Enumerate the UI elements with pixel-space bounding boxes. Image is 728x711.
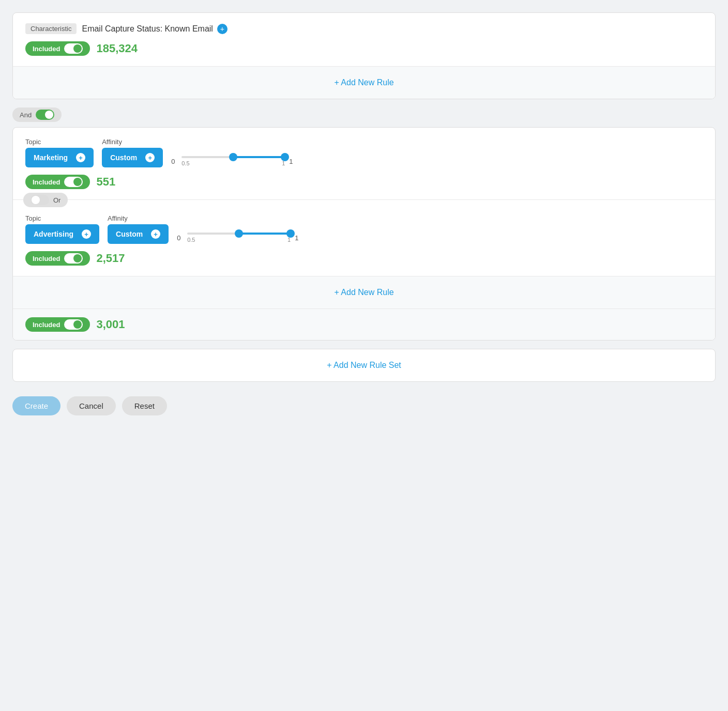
and-connector-row: And [12, 107, 716, 122]
range-fill-1 [233, 156, 285, 158]
rule-title: Email Capture Status: Known Email [82, 24, 213, 34]
included-toggle-1[interactable] [64, 43, 83, 54]
rule-set-2: Topic Marketing + Affinity Custom + 0 [12, 127, 716, 341]
count-value-marketing: 551 [96, 175, 115, 189]
custom-affinity-label-2: Custom [116, 230, 143, 238]
included-row-marketing: Included 551 [25, 175, 703, 189]
slider-max-2: 1 [295, 234, 301, 242]
custom-affinity-label-1: Custom [110, 153, 137, 162]
rule-set-1: Characteristic Email Capture Status: Kno… [12, 12, 716, 99]
range-thumb-high-2[interactable] [286, 229, 295, 238]
advertising-topic-button[interactable]: Advertising + [25, 224, 99, 244]
or-connector: Or [23, 193, 68, 207]
bottom-buttons: Create Cancel Reset [12, 392, 716, 420]
tick-low-1: 0.5 [181, 160, 189, 166]
rule-block-marketing: Topic Marketing + Affinity Custom + 0 [13, 128, 715, 199]
custom-affinity-button-2[interactable]: Custom + [108, 224, 169, 244]
included-toggle-marketing[interactable] [64, 177, 83, 187]
included-row-1: Included 185,324 [25, 41, 703, 56]
tick-low-2: 0.5 [187, 237, 195, 243]
slider-max-1: 1 [289, 158, 295, 165]
slider-group-1: 0 0.5 1 1 [171, 156, 295, 167]
add-rule-button-1[interactable]: + Add New Rule [330, 76, 398, 89]
advertising-plus-icon: + [82, 229, 91, 239]
and-label: And [20, 111, 32, 119]
add-rule-button-2[interactable]: + Add New Rule [330, 286, 398, 299]
characteristic-label: Characteristic [25, 23, 77, 34]
included-badge-1: Included [25, 41, 90, 56]
marketing-topic-label: Marketing [34, 153, 68, 162]
included-row-advertising: Included 2,517 [25, 251, 703, 266]
slider-container-2: 0 0.5 1 1 [177, 233, 301, 243]
affinity-field-group-2: Affinity Custom + [108, 214, 169, 244]
included-badge-advertising: Included [25, 251, 90, 266]
range-track-2 [187, 233, 291, 235]
add-rule-set-card: + Add New Rule Set [12, 349, 716, 382]
topic-field-group-2: Topic Advertising + [25, 214, 99, 244]
marketing-plus-icon: + [76, 153, 85, 162]
range-thumb-high-1[interactable] [281, 153, 289, 161]
or-toggle[interactable] [31, 195, 49, 205]
topic-field-group-1: Topic Marketing + [25, 138, 94, 167]
range-thumb-low-1[interactable] [229, 153, 237, 161]
and-connector: And [12, 107, 62, 122]
cancel-button[interactable]: Cancel [67, 396, 116, 415]
or-label: Or [53, 196, 60, 204]
range-fill-2 [239, 233, 291, 235]
and-toggle[interactable] [36, 110, 54, 120]
rule-block-advertising: Topic Advertising + Affinity Custom + 0 [13, 200, 715, 276]
topic-label-2: Topic [25, 214, 99, 222]
affinity-field-group-1: Affinity Custom + [102, 138, 163, 167]
rule-header: Characteristic Email Capture Status: Kno… [25, 23, 703, 34]
count-value-advertising: 2,517 [96, 252, 125, 265]
range-wrapper-2[interactable]: 0.5 1 [187, 233, 291, 243]
create-button[interactable]: Create [12, 396, 60, 415]
range-wrapper-1[interactable]: 0.5 1 [181, 156, 285, 166]
slider-group-2: 0 0.5 1 1 [177, 233, 301, 244]
custom-plus-icon-1: + [145, 153, 155, 162]
included-total-row: Included 3,001 [13, 308, 715, 340]
count-value-total: 3,001 [96, 318, 125, 331]
included-toggle-advertising[interactable] [64, 253, 83, 264]
slider-min-2: 0 [177, 234, 183, 242]
custom-plus-icon-2: + [151, 229, 160, 239]
range-track-1 [181, 156, 285, 158]
topic-affinity-row-2: Topic Advertising + Affinity Custom + 0 [25, 214, 703, 244]
slider-container-1: 0 0.5 1 1 [171, 156, 295, 166]
included-label-1: Included [33, 45, 60, 53]
add-rule-row-1: + Add New Rule [13, 66, 715, 99]
included-badge-marketing: Included [25, 175, 90, 189]
affinity-label-1: Affinity [102, 138, 163, 146]
affinity-label-2: Affinity [108, 214, 169, 222]
or-divider: Or [13, 199, 715, 200]
custom-affinity-button-1[interactable]: Custom + [102, 148, 163, 167]
add-characteristic-icon[interactable]: + [217, 24, 228, 34]
topic-affinity-row-1: Topic Marketing + Affinity Custom + 0 [25, 138, 703, 167]
included-total-badge: Included [25, 317, 90, 332]
marketing-topic-button[interactable]: Marketing + [25, 148, 94, 167]
included-total-label: Included [33, 321, 60, 329]
or-connector-row: Or [23, 193, 68, 207]
characteristic-block: Characteristic Email Capture Status: Kno… [13, 13, 715, 66]
included-label-advertising: Included [33, 255, 60, 262]
add-rule-set-button[interactable]: + Add New Rule Set [323, 359, 405, 372]
included-total-toggle[interactable] [64, 319, 83, 330]
topic-label-1: Topic [25, 138, 94, 146]
advertising-topic-label: Advertising [34, 230, 73, 238]
add-rule-row-2: + Add New Rule [13, 276, 715, 308]
included-label-marketing: Included [33, 178, 60, 186]
slider-min-1: 0 [171, 158, 177, 165]
count-value-1: 185,324 [96, 42, 138, 55]
range-thumb-low-2[interactable] [235, 229, 243, 238]
reset-button[interactable]: Reset [122, 396, 167, 415]
